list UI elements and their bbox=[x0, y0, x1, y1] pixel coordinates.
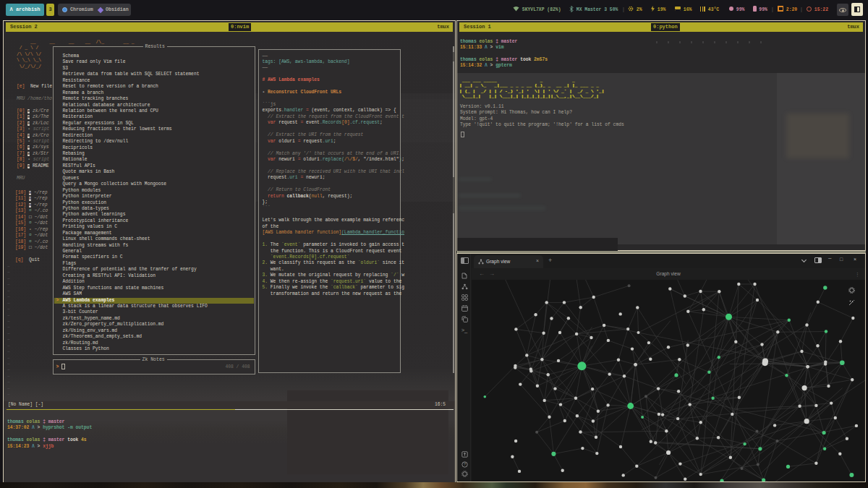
svg-text:?: ? bbox=[463, 462, 465, 466]
